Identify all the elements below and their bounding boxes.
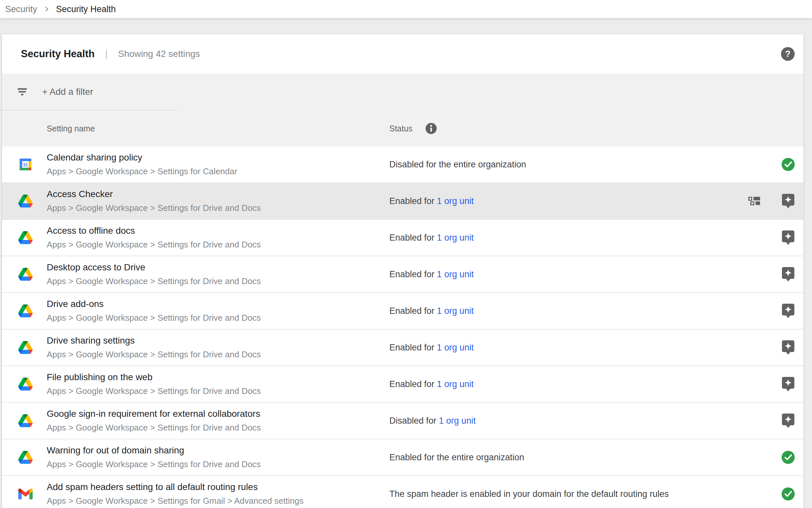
setting-name[interactable]: File publishing on the web (47, 372, 261, 382)
add-filter-label: + Add a filter (42, 87, 93, 97)
status-text: Enabled for (389, 343, 437, 352)
setting-path: Apps > Google Workspace > Settings for D… (47, 423, 261, 432)
svg-text:?: ? (785, 49, 791, 59)
status-text: Disabled for (389, 416, 439, 426)
org-unit-link[interactable]: 1 org unit (437, 233, 474, 243)
status-text: Enabled for (389, 269, 437, 279)
drive-icon (18, 377, 33, 391)
rules-list-icon[interactable] (748, 197, 760, 205)
setting-text-block: Warning for out of domain sharing Apps >… (47, 446, 261, 469)
setting-name[interactable]: Add spam headers setting to all default … (47, 482, 303, 492)
help-icon[interactable]: ? (781, 47, 795, 61)
setting-text-block: Drive add-ons Apps > Google Workspace > … (47, 299, 261, 322)
org-unit-link[interactable]: 1 org unit (437, 269, 474, 279)
table-row[interactable]: Access Checker Apps > Google Workspace >… (2, 183, 804, 220)
setting-path: Apps > Google Workspace > Settings for D… (47, 203, 261, 213)
org-unit-link[interactable]: 1 org unit (437, 306, 474, 316)
settings-count: Showing 42 settings (118, 49, 200, 59)
setting-text-block: Add spam headers setting to all default … (47, 482, 303, 505)
status-text: Enabled for (389, 379, 437, 389)
gmail-icon (18, 487, 33, 501)
setting-text-block: Drive sharing settings Apps > Google Wor… (47, 336, 261, 359)
status-check-icon (781, 451, 795, 464)
setting-text-block: Desktop access to Drive Apps > Google Wo… (47, 262, 261, 286)
table-header-row: Setting name Status (2, 111, 804, 146)
drive-icon (18, 340, 33, 355)
page-title: Security Health (21, 48, 95, 60)
setting-name[interactable]: Access Checker (47, 189, 261, 200)
table-row[interactable]: Add spam headers setting to all default … (2, 476, 804, 508)
recommendation-flag-icon[interactable] (782, 340, 795, 355)
drive-icon (18, 194, 33, 208)
status-check-icon (781, 487, 795, 501)
status-text: Enabled for (389, 196, 437, 206)
drive-icon (18, 450, 33, 465)
status-cell: Enabled for 1 org unit (389, 269, 474, 280)
org-unit-link[interactable]: 1 org unit (439, 416, 476, 426)
status-text: Enabled for (389, 306, 437, 316)
drive-icon (18, 304, 33, 318)
recommendation-flag-icon[interactable] (782, 413, 795, 428)
column-header-setting-name: Setting name (47, 124, 95, 133)
drive-icon (18, 414, 33, 428)
setting-text-block: Calendar sharing policy Apps > Google Wo… (47, 153, 237, 176)
setting-name[interactable]: Calendar sharing policy (47, 153, 237, 163)
org-unit-link[interactable]: 1 org unit (437, 343, 474, 352)
status-text: Disabled for the entire organization (389, 160, 526, 169)
table-row[interactable]: 31 Calendar sharing policy Apps > Google… (2, 146, 804, 183)
table-row[interactable]: Drive sharing settings Apps > Google Wor… (2, 330, 804, 366)
status-info-icon[interactable] (425, 123, 437, 134)
status-cell: Enabled for the entire organization (389, 453, 524, 463)
table-row[interactable]: Google sign-in requirement for external … (2, 403, 804, 439)
setting-text-block: File publishing on the web Apps > Google… (47, 372, 261, 395)
recommendation-flag-icon[interactable] (782, 303, 795, 319)
setting-path: Apps > Google Workspace > Settings for D… (47, 460, 261, 469)
setting-path: Apps > Google Workspace > Settings for D… (47, 313, 261, 323)
title-separator: | (105, 48, 108, 59)
status-cell: Enabled for 1 org unit (389, 306, 474, 316)
chevron-right-icon (43, 6, 50, 13)
setting-name[interactable]: Google sign-in requirement for external … (47, 409, 261, 419)
table-row[interactable]: Drive add-ons Apps > Google Workspace > … (2, 293, 804, 330)
setting-path: Apps > Google Workspace > Settings for D… (47, 386, 261, 396)
setting-path: Apps > Google Workspace > Settings for G… (47, 496, 303, 506)
setting-name[interactable]: Warning for out of domain sharing (47, 446, 261, 456)
status-check-icon (781, 158, 795, 171)
drive-icon (18, 230, 33, 245)
table-row[interactable]: Warning for out of domain sharing Apps >… (2, 439, 804, 476)
org-unit-link[interactable]: 1 org unit (437, 196, 474, 206)
table-row[interactable]: Access to offline docs Apps > Google Wor… (2, 220, 804, 256)
svg-text:31: 31 (23, 162, 28, 167)
org-unit-link[interactable]: 1 org unit (437, 379, 474, 389)
security-health-card: Security Health | Showing 42 settings ? … (2, 34, 804, 508)
status-cell: Enabled for 1 org unit (389, 233, 474, 243)
add-filter-button[interactable]: + Add a filter (2, 74, 804, 110)
breadcrumb: Security Security Health (0, 0, 812, 18)
setting-path: Apps > Google Workspace > Settings for D… (47, 350, 261, 359)
setting-text-block: Access to offline docs Apps > Google Wor… (47, 226, 261, 249)
filter-and-header-section: + Add a filter Setting name Status (2, 74, 804, 146)
setting-name[interactable]: Drive sharing settings (47, 336, 261, 346)
calendar-icon: 31 (18, 157, 33, 172)
recommendation-flag-icon[interactable] (782, 194, 795, 209)
status-text: Enabled for the entire organization (389, 453, 524, 462)
status-cell: Enabled for 1 org unit (389, 379, 474, 389)
setting-path: Apps > Google Workspace > Settings for D… (47, 277, 261, 286)
recommendation-flag-icon[interactable] (782, 377, 795, 392)
setting-text-block: Google sign-in requirement for external … (47, 409, 261, 432)
settings-table: 31 Calendar sharing policy Apps > Google… (2, 146, 804, 508)
table-row[interactable]: Desktop access to Drive Apps > Google Wo… (2, 256, 804, 293)
setting-name[interactable]: Access to offline docs (47, 226, 261, 236)
breadcrumb-item-security[interactable]: Security (5, 4, 37, 14)
breadcrumb-item-security-health: Security Health (56, 4, 116, 14)
status-cell: The spam header is enabled in your domai… (389, 489, 669, 499)
setting-name[interactable]: Desktop access to Drive (47, 262, 261, 272)
recommendation-flag-icon[interactable] (782, 267, 795, 282)
status-text: The spam header is enabled in your domai… (389, 489, 669, 499)
filter-icon (17, 88, 27, 95)
setting-name[interactable]: Drive add-ons (47, 299, 261, 309)
setting-text-block: Access Checker Apps > Google Workspace >… (47, 189, 261, 212)
status-text: Enabled for (389, 233, 437, 243)
table-row[interactable]: File publishing on the web Apps > Google… (2, 366, 804, 403)
recommendation-flag-icon[interactable] (782, 230, 795, 245)
